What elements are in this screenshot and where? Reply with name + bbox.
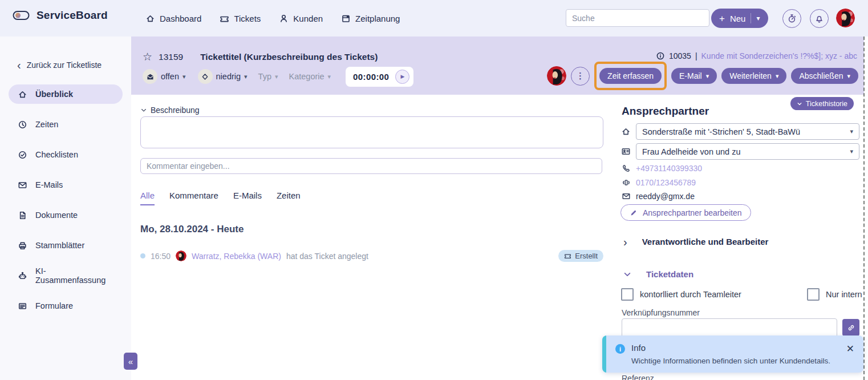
notifications-button[interactable] xyxy=(810,9,829,28)
email-button-label: E-Mail xyxy=(679,71,702,80)
envelope-icon xyxy=(18,180,27,190)
tab-zeiten[interactable]: Zeiten xyxy=(277,191,301,205)
sidebar-item-zeiten[interactable]: Zeiten xyxy=(9,115,123,134)
back-label: Zurück zur Ticketliste xyxy=(27,60,102,70)
address-value: Sonderstraße mit '-Strichen' 5, Stadt-Ba… xyxy=(642,127,800,136)
edit-contact-button[interactable]: Ansprechpartner bearbeiten xyxy=(620,204,751,221)
toast-body: i Info Wichtige Informationen befinden s… xyxy=(606,335,863,373)
category-dropdown-label[interactable]: Kategorie xyxy=(289,72,325,81)
close-icon[interactable]: ✕ xyxy=(846,343,854,355)
home-icon xyxy=(145,14,155,23)
feed-avatar xyxy=(176,250,186,261)
timer-value: 00:00:00 xyxy=(353,72,389,82)
button-divider xyxy=(751,13,751,23)
type-dropdown-caret[interactable]: ▾ xyxy=(275,73,278,80)
contact-select[interactable]: Frau Adelheide von und zu ▾ xyxy=(636,143,859,160)
address-select[interactable]: Sonderstraße mit '-Strichen' 5, Stadt-Ba… xyxy=(636,123,859,140)
checkbox-nur-intern[interactable]: Nur intern xyxy=(807,288,862,301)
sidebar-item-label: Checklisten xyxy=(35,150,78,159)
play-icon: ▶ xyxy=(400,74,404,79)
sidebar-item-emails[interactable]: E-Mails xyxy=(9,175,123,195)
user-avatar[interactable] xyxy=(836,9,855,27)
person-icon xyxy=(279,14,289,23)
search-input[interactable] xyxy=(566,9,709,27)
new-button[interactable]: + Neu ▾ xyxy=(711,9,768,28)
mobile-link[interactable]: 0170/123456789 xyxy=(636,178,696,187)
toast-accent-bar xyxy=(602,335,606,373)
toast-message: Wichtige Informationen befinden sich unt… xyxy=(631,357,854,365)
ticket-history-button[interactable]: Tickethistorie xyxy=(790,97,854,110)
sidebar-collapse-button[interactable]: « xyxy=(124,353,137,370)
timer-quick-button[interactable] xyxy=(782,9,801,28)
back-to-ticketlist[interactable]: ‹ Zurück zur Ticketliste xyxy=(17,60,102,70)
ticket-title-row: ☆ 13159 Tickettitel (Kurzbeschreibung de… xyxy=(143,50,378,63)
close-ticket-button[interactable]: Abschließen ▾ xyxy=(791,68,858,84)
phone-link[interactable]: +49731140399330 xyxy=(636,164,702,173)
email-button[interactable]: E-Mail ▾ xyxy=(671,68,717,84)
sidebar-item-formulare[interactable]: Formulare xyxy=(9,296,123,316)
sidebar-item-dokumente[interactable]: Dokumente xyxy=(9,205,123,225)
star-icon[interactable]: ☆ xyxy=(143,50,152,63)
sidebar-item-label: Dokumente xyxy=(35,211,78,220)
sidebar-item-stammblaetter[interactable]: Stammblätter xyxy=(9,236,123,255)
sidebar-item-checklisten[interactable]: Checklisten xyxy=(9,145,123,164)
comment-input[interactable] xyxy=(140,158,602,174)
mobile-phone-icon xyxy=(622,178,631,187)
email-value[interactable]: reeddy@gmx.de xyxy=(636,192,695,201)
forward-button[interactable]: Weiterleiten ▾ xyxy=(721,68,786,84)
link-button[interactable] xyxy=(842,319,859,336)
ticket-id: 13159 xyxy=(159,52,183,62)
ticket-actions: ⋮ Zeit erfassen E-Mail ▾ Weiterleiten ▾ … xyxy=(547,62,858,90)
sidebar-item-ueberblick[interactable]: Überblick xyxy=(9,84,123,104)
customer-link[interactable]: Kunde mit Sonderzeichen's !?%$]; xyz - a… xyxy=(701,51,857,60)
nav-kunden[interactable]: Kunden xyxy=(279,14,323,23)
description-label: Beschreibung xyxy=(151,106,200,115)
tab-alle[interactable]: Alle xyxy=(140,191,155,205)
chevron-down-icon xyxy=(140,107,147,114)
nav-label: Zeitplanung xyxy=(355,14,400,23)
ticketdata-section-toggle[interactable]: Ticketdaten xyxy=(623,269,693,279)
chevron-down-icon[interactable]: ▾ xyxy=(756,14,760,22)
description-toggle[interactable]: Beschreibung xyxy=(140,106,200,115)
sidebar: ‹ Zurück zur Ticketliste Überblick Zeite… xyxy=(0,37,132,380)
time-tracker: 00:00:00 ▶ xyxy=(346,67,413,87)
tab-kommentare[interactable]: Kommentare xyxy=(169,191,218,205)
sidebar-item-label: Zeiten xyxy=(35,120,58,129)
clipped-field-label: Referenz xyxy=(622,374,654,380)
sidebar-item-label: Überblick xyxy=(35,90,73,99)
nav-tickets[interactable]: Tickets xyxy=(220,14,261,23)
chevron-left-icon: ‹ xyxy=(17,62,21,68)
responsibles-section-toggle[interactable]: › Verantwortliche und Bearbeiter xyxy=(623,237,768,246)
sidebar-item-ki-zusammenfassung[interactable]: KI-Zusammenfassung xyxy=(9,266,123,285)
tab-emails[interactable]: E-Mails xyxy=(233,191,262,205)
chevron-down-icon xyxy=(623,270,631,278)
assignee-avatar[interactable] xyxy=(547,66,566,86)
record-time-button[interactable]: Zeit erfassen xyxy=(599,68,662,84)
status-dropdown-caret[interactable]: ▾ xyxy=(182,73,186,80)
contact-card-icon xyxy=(621,147,631,156)
chevron-down-icon: ▾ xyxy=(706,72,709,80)
contact-heading: Ansprechpartner xyxy=(622,105,709,118)
contact-select-row: Frau Adelheide von und zu ▾ xyxy=(621,143,859,160)
play-button[interactable]: ▶ xyxy=(395,70,409,84)
clock-icon xyxy=(18,120,27,130)
type-dropdown-label[interactable]: Typ xyxy=(258,72,271,81)
phone-icon xyxy=(622,164,631,173)
checkbox-icon[interactable] xyxy=(807,288,820,301)
collapse-icon: « xyxy=(128,357,133,366)
nav-dashboard[interactable]: Dashboard xyxy=(145,14,201,23)
checkbox-teamleiter[interactable]: kontorlliert durch Teamleiter xyxy=(621,288,741,301)
checkbox-teamleiter-label: kontorlliert durch Teamleiter xyxy=(640,290,741,299)
ticket-title: Tickettitel (Kurzbeschreibung des Ticket… xyxy=(200,52,378,62)
feed-user-link[interactable]: Warratz, Rebekka (WAR) xyxy=(192,252,281,261)
nav-zeitplanung[interactable]: Zeitplanung xyxy=(341,14,400,23)
category-dropdown-caret[interactable]: ▾ xyxy=(328,73,331,80)
home-icon xyxy=(18,90,27,99)
calendar-icon xyxy=(341,14,351,23)
checkbox-icon[interactable] xyxy=(621,288,634,301)
more-actions-button[interactable]: ⋮ xyxy=(571,67,590,86)
serviceboard-logo-icon xyxy=(13,10,30,21)
description-field[interactable] xyxy=(140,116,603,148)
info-icon[interactable] xyxy=(656,51,665,60)
priority-dropdown-caret[interactable]: ▾ xyxy=(244,73,248,80)
